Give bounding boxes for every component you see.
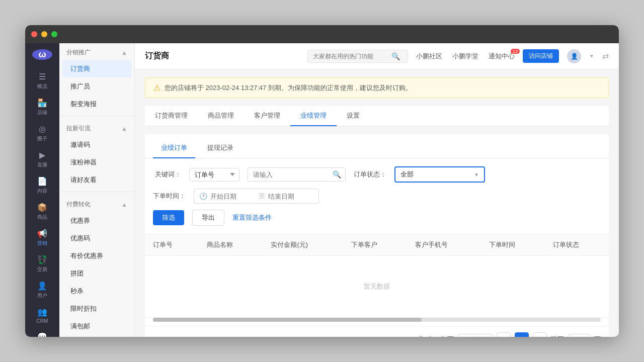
col-order-status: 订单状态 [545,234,609,256]
sidebar-item-overview[interactable]: ☰ 概况 [25,68,59,94]
layout-switch-icon[interactable]: ⇄ [602,51,609,61]
page-unit-label: 页 [594,335,601,337]
horizontal-scrollbar[interactable] [153,318,601,322]
page-title: 订货商 [145,51,169,61]
filter-status-label: 订单状态： [354,170,386,179]
sidebar-item-user[interactable]: 👤 用户 [25,277,59,303]
warning-icon: ⚠ [153,83,160,93]
titlebar [25,25,619,43]
menu-item-orders[interactable]: 订货商 [62,60,131,77]
menu-item-coupon-code[interactable]: 优惠码 [62,230,131,247]
header-links: 小鹏社区 小鹏学堂 通知中心 13 [416,52,515,61]
page-jump-input[interactable] [568,334,590,337]
avatar[interactable]: 👤 [567,49,581,63]
top-header: 订货商 🔍 小鹏社区 小鹏学堂 通知中心 13 访问店铺 👤 ▼ ⇄ [135,43,619,69]
community-link[interactable]: 小鹏社区 [416,52,442,61]
logo: ω [32,49,52,60]
menu-item-promoters[interactable]: 推广员 [62,78,131,95]
menu-item-flash-sale[interactable]: 秒杀 [62,283,131,300]
sidebar-item-content[interactable]: 📄 内容 [25,172,59,199]
prev-page-button[interactable]: ‹ [497,332,511,337]
content-area: ⚠ 您的店铺将于 2023-02-24 13:27:47 到期。为保障功能的正常… [135,69,619,337]
scrollbar-thumb[interactable] [153,318,422,322]
next-page-button[interactable]: › [533,332,547,337]
chevron-down-icon[interactable]: ▼ [589,53,594,59]
menu-collapse-fuzhuan-icon[interactable]: ▲ [121,201,127,208]
sidebar-item-store[interactable]: 🏪 店铺 [25,94,59,120]
sidebar-item-crm[interactable]: 👥 CRM [25,303,59,328]
filter-button[interactable]: 筛选 [153,210,184,225]
store-icon: 🏪 [37,98,47,108]
clock-icon: 🕐 [199,193,207,200]
page-1-button[interactable]: 1 [515,332,529,337]
col-paid-amount: 实付金额(元) [263,234,343,256]
notification-badge: 13 [511,49,520,54]
filter-bar: 关键词： 订单号客户名称手机号 🔍 订单状态： 全部 ▼ [145,158,609,234]
sidebar-label-crm: CRM [37,318,48,324]
menu-item-invite-friend[interactable]: 请好友看 [62,171,131,189]
menu-section-header-fuzhuan: 付费转化 ▲ [59,195,134,212]
sidebar-icons: ω ☰ 概况 🏪 店铺 ◎ 圈子 ▶ 直播 📄 内容 📦 [25,43,59,337]
menu-item-fans-booster[interactable]: 涨粉神器 [62,154,131,171]
col-goods-name: 商品名称 [199,234,263,256]
notification-label: 通知中心 [489,52,515,60]
sub-tab-performance-orders[interactable]: 业绩订单 [153,140,195,158]
menu-item-group-buy[interactable]: 拼团 [62,265,131,282]
sidebar-item-goods[interactable]: 📦 商品 [25,199,59,225]
notification-link[interactable]: 通知中心 13 [489,52,515,61]
keyword-type-select-wrap: 订单号客户名称手机号 [189,168,239,182]
menu-item-free-shipping[interactable]: 满包邮 [62,318,131,335]
menu-item-invite-code[interactable]: 邀请码 [62,136,131,153]
tab-goods-management[interactable]: 商品管理 [198,106,244,126]
sidebar-item-circle[interactable]: ◎ 圈子 [25,120,59,146]
per-page-select[interactable]: 10 条20 条50 条100 条 [458,334,493,337]
main-card: 业绩订单 提现记录 关键词： 订单号客户名称手机号 🔍 [145,134,609,337]
maximize-dot[interactable] [51,31,57,37]
global-search[interactable]: 🔍 [307,50,408,63]
warning-text: 您的店铺将于 2023-02-24 13:27:47 到期。为保障功能的正常使用… [165,83,412,93]
main-tabs: 订货商管理 商品管理 客户管理 业绩管理 设置 [145,106,609,126]
menu-section-label-fuzhuan: 付费转化 [66,200,91,209]
menu-collapse-icon[interactable]: ▲ [121,49,127,56]
menu-item-coupon[interactable]: 优惠券 [62,212,131,229]
tab-settings[interactable]: 设置 [337,106,370,126]
date-start-input[interactable] [210,193,256,200]
sidebar-label-overview: 概况 [37,83,47,90]
sidebar-menu: 分销推广 ▲ 订货商 推广员 裂变海报 拉新引流 ▲ 邀请码 涨粉神器 请好友看… [59,43,135,337]
jump-to-label: 跳至 [551,335,564,337]
col-phone: 客户手机号 [407,234,481,256]
crm-icon: 👥 [37,307,47,317]
academy-link[interactable]: 小鹏学堂 [452,52,478,61]
keyword-input[interactable] [248,168,329,181]
export-button[interactable]: 导出 [192,210,224,226]
menu-item-time-discount[interactable]: 限时折扣 [62,300,131,317]
date-end-input[interactable] [268,193,313,200]
sidebar-item-live[interactable]: ▶ 直播 [25,146,59,172]
date-range-picker[interactable]: 🕐 至 [194,189,319,204]
tab-performance-management[interactable]: 业绩管理 [290,106,337,126]
keyword-type-select[interactable]: 订单号客户名称手机号 [189,168,239,182]
main-content: 订货商 🔍 小鹏社区 小鹏学堂 通知中心 13 访问店铺 👤 ▼ ⇄ [135,43,619,337]
menu-item-viral-poster[interactable]: 裂变海报 [62,96,131,113]
search-icon[interactable]: 🔍 [391,52,400,60]
sidebar-item-marketing[interactable]: 📢 营销 [25,225,59,251]
sidebar-label-marketing: 营销 [37,240,47,247]
tab-orders-management[interactable]: 订货商管理 [145,106,198,126]
minimize-dot[interactable] [41,31,47,37]
filter-keyword-label: 关键词： [153,170,181,179]
sidebar-label-user: 用户 [37,292,47,299]
menu-item-value-coupon[interactable]: 有价优惠券 [62,247,131,264]
menu-section-header-laxin: 拉新引流 ▲ [59,119,134,136]
search-input-icon[interactable]: 🔍 [329,168,345,181]
close-dot[interactable] [31,31,37,37]
sidebar-item-wecom[interactable]: 💬 企微 [25,328,59,337]
tab-customer-management[interactable]: 客户管理 [244,106,290,126]
visit-store-button[interactable]: 访问店铺 [523,49,559,63]
menu-collapse-laxin-icon[interactable]: ▲ [121,125,127,132]
sidebar-item-trade[interactable]: 💱 交易 [25,251,59,277]
status-select-box[interactable]: 全部 ▼ [394,166,485,183]
reset-button[interactable]: 重置筛选条件 [232,213,272,222]
live-icon: ▶ [39,150,45,160]
global-search-input[interactable] [313,53,388,60]
sub-tab-withdrawal-records[interactable]: 提现记录 [199,140,242,158]
